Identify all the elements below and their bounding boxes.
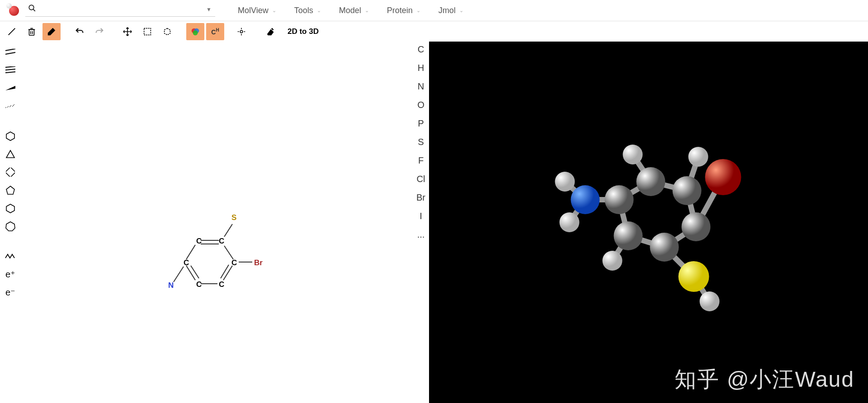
menu-protein[interactable]: Protein⌄ [387, 6, 420, 15]
color-mode-icon[interactable] [186, 23, 204, 40]
element-cl[interactable]: Cl [417, 174, 425, 184]
pentagon-icon[interactable] [4, 184, 17, 196]
svg-line-22 [12, 104, 14, 107]
svg-point-65 [603, 251, 623, 271]
to-3d-button[interactable]: 2D to 3D [288, 27, 319, 36]
toolbar: CH 2D to 3D [0, 21, 868, 42]
watermark-text: 知乎 @小汪Waud [675, 365, 854, 394]
menu-tools[interactable]: Tools⌄ [294, 6, 321, 15]
menu-model[interactable]: Model⌄ [339, 6, 369, 15]
main-area: e⁺ e⁻ S C C C C [0, 42, 868, 403]
svg-point-0 [29, 5, 34, 10]
svg-rect-3 [29, 29, 34, 35]
wedge-bond-icon[interactable] [4, 82, 17, 94]
rect-select-icon[interactable] [138, 23, 156, 40]
charge-plus-icon[interactable]: e⁺ [4, 268, 17, 280]
chevron-down-icon: ⌄ [365, 8, 369, 14]
svg-point-58 [673, 176, 702, 205]
atom-c: C [219, 237, 224, 246]
main-menus: MolView⌄ Tools⌄ Model⌄ Protein⌄ Jmol⌄ [229, 6, 463, 15]
element-br[interactable]: Br [416, 192, 425, 203]
svg-point-62 [682, 212, 711, 241]
hexagon-icon[interactable] [4, 202, 17, 214]
square-icon[interactable] [4, 166, 17, 178]
svg-point-64 [614, 221, 643, 250]
atom-c: C [184, 258, 189, 267]
left-toolbar: e⁺ e⁻ [0, 42, 21, 403]
element-h[interactable]: H [418, 63, 424, 73]
search-input[interactable] [42, 5, 203, 14]
svg-point-66 [571, 185, 600, 214]
center-icon[interactable] [232, 23, 250, 40]
svg-line-31 [224, 246, 233, 259]
svg-rect-8 [144, 28, 151, 35]
svg-line-17 [5, 72, 15, 73]
svg-point-60 [623, 145, 643, 164]
element-picker: C H N O P S F Cl Br I ... [416, 44, 425, 240]
search-container: ▼ [25, 4, 215, 17]
svg-line-38 [224, 224, 232, 237]
chevron-down-icon: ⌄ [459, 8, 463, 14]
svg-point-68 [560, 212, 580, 232]
redo-icon[interactable] [90, 23, 108, 40]
menu-molview[interactable]: MolView⌄ [238, 6, 276, 15]
atom-c: C [196, 280, 202, 289]
element-p[interactable]: P [418, 118, 424, 129]
hash-bond-icon[interactable] [4, 100, 17, 112]
svg-point-61 [605, 185, 634, 214]
svg-point-63 [650, 233, 679, 262]
element-more[interactable]: ... [417, 230, 425, 240]
svg-marker-27 [6, 204, 14, 213]
triangle-icon[interactable] [4, 148, 17, 160]
svg-marker-23 [6, 132, 14, 141]
molecule-2d [165, 213, 283, 304]
bond-tool-icon[interactable] [3, 23, 21, 40]
eraser-icon[interactable] [42, 23, 61, 40]
viewer-3d[interactable]: 知乎 @小汪Waud [429, 42, 868, 403]
search-icon [28, 4, 36, 14]
triple-bond-icon[interactable] [4, 64, 17, 76]
svg-point-56 [705, 159, 741, 195]
element-i[interactable]: I [420, 211, 422, 221]
element-o[interactable]: O [417, 100, 425, 110]
svg-point-69 [679, 261, 709, 292]
svg-line-1 [33, 9, 35, 11]
svg-line-19 [5, 107, 6, 108]
element-f[interactable]: F [418, 155, 424, 166]
menu-jmol[interactable]: Jmol⌄ [439, 6, 463, 15]
svg-marker-26 [6, 186, 14, 194]
element-s[interactable]: S [418, 137, 424, 147]
svg-point-70 [700, 291, 720, 311]
svg-line-15 [5, 66, 15, 67]
undo-icon[interactable] [71, 23, 89, 40]
molecule-3d [429, 42, 868, 403]
app-logo [6, 3, 21, 18]
search-dropdown-icon[interactable]: ▼ [206, 6, 212, 13]
trash-icon[interactable] [23, 23, 41, 40]
move-icon[interactable] [118, 23, 137, 40]
chain-icon[interactable] [4, 250, 17, 262]
top-menu-bar: ▼ MolView⌄ Tools⌄ Model⌄ Protein⌄ Jmol⌄ [0, 0, 868, 21]
sketch-canvas-2d[interactable]: S C C C C C C Br N C H N O P S F Cl Br I… [21, 42, 429, 403]
element-n[interactable]: N [418, 81, 424, 92]
svg-line-20 [7, 106, 9, 108]
carbon-hydrogen-toggle[interactable]: CH [206, 23, 224, 40]
svg-point-67 [555, 172, 575, 192]
atom-c: C [196, 237, 202, 246]
svg-point-12 [240, 30, 243, 33]
benzene-icon[interactable] [4, 130, 17, 142]
element-c[interactable]: C [418, 44, 424, 55]
svg-line-36 [191, 266, 199, 278]
svg-point-59 [637, 167, 665, 196]
svg-line-35 [186, 266, 195, 280]
lasso-select-icon[interactable] [158, 23, 176, 40]
clean-icon[interactable] [262, 23, 280, 40]
svg-marker-28 [6, 222, 15, 231]
heptagon-icon[interactable] [4, 220, 17, 232]
chevron-down-icon: ⌄ [317, 8, 321, 14]
double-bond-icon[interactable] [4, 46, 17, 58]
svg-point-11 [193, 30, 198, 35]
charge-minus-icon[interactable]: e⁻ [4, 286, 17, 298]
atom-n: N [168, 281, 174, 290]
svg-line-21 [9, 105, 11, 107]
